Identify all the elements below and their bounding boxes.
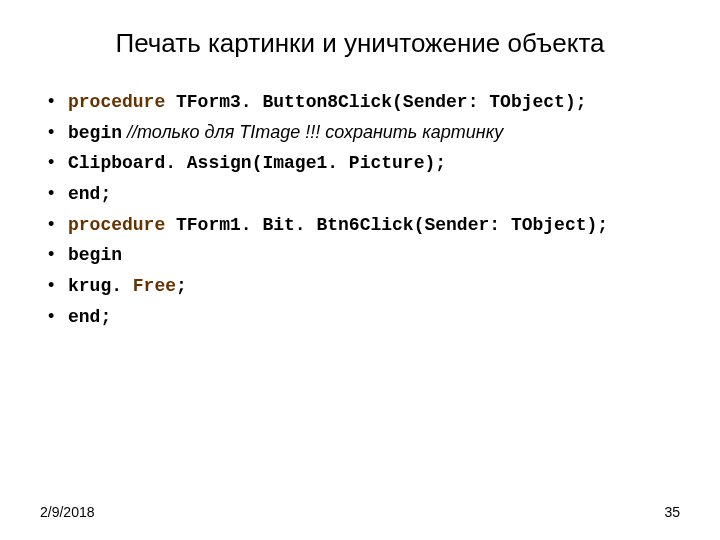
code-text: ;	[176, 276, 187, 296]
code-line-3: Clipboard. Assign(Image1. Picture);	[48, 148, 680, 179]
footer-page-number: 35	[664, 504, 680, 520]
code-text: TForm3. Button8Click(Sender: TObject);	[165, 92, 586, 112]
keyword-end: end;	[68, 184, 111, 204]
comment-text: //только для TImage !!! сохранить картин…	[122, 122, 503, 142]
keyword-begin: begin	[68, 245, 122, 265]
code-text: krug.	[68, 276, 133, 296]
code-line-7: krug. Free;	[48, 271, 680, 302]
code-line-2: begin //только для TImage !!! сохранить …	[48, 118, 680, 149]
keyword-begin: begin	[68, 123, 122, 143]
slide-footer: 2/9/2018 35	[40, 504, 680, 520]
method-free: Free	[133, 276, 176, 296]
slide-title: Печать картинки и уничтожение объекта	[40, 28, 680, 59]
code-line-1: procedure TForm3. Button8Click(Sender: T…	[48, 87, 680, 118]
code-line-6: begin	[48, 240, 680, 271]
code-text: TForm1. Bit. Btn6Click(Sender: TObject);	[165, 215, 608, 235]
code-line-5: procedure TForm1. Bit. Btn6Click(Sender:…	[48, 210, 680, 241]
code-text: Clipboard. Assign(Image1. Picture);	[68, 153, 446, 173]
keyword-procedure: procedure	[68, 92, 165, 112]
keyword-procedure: procedure	[68, 215, 165, 235]
code-list: procedure TForm3. Button8Click(Sender: T…	[48, 87, 680, 333]
code-line-4: end;	[48, 179, 680, 210]
keyword-end: end;	[68, 307, 111, 327]
footer-date: 2/9/2018	[40, 504, 95, 520]
code-line-8: end;	[48, 302, 680, 333]
